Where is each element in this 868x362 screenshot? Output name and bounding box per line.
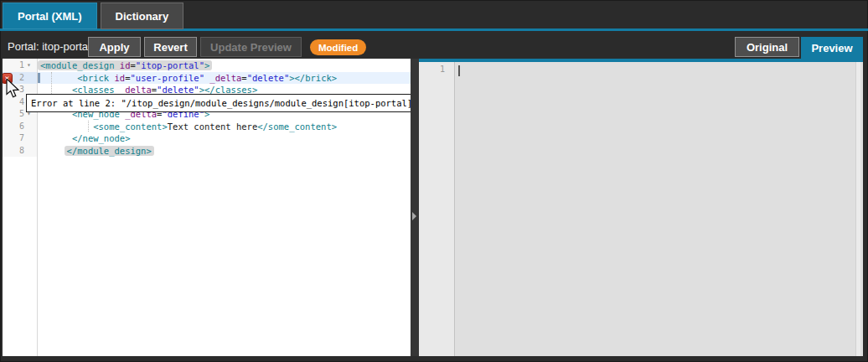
apply-button[interactable]: Apply xyxy=(88,37,141,57)
code-line[interactable]: 1▾<module_design id="itop-portal"> xyxy=(3,59,411,72)
indent-guide xyxy=(51,72,52,94)
code-text: <module_design id="itop-portal"> xyxy=(37,59,411,72)
preview-text-cursor xyxy=(458,65,460,76)
splitter-handle-icon[interactable] xyxy=(412,212,416,220)
code-line[interactable]: 6 <some_content>Text content here</some_… xyxy=(3,121,411,133)
panel-splitter[interactable] xyxy=(411,59,419,356)
tab-dictionary[interactable]: Dictionary xyxy=(101,3,184,29)
modified-badge: Modified xyxy=(310,39,366,55)
original-button[interactable]: Original xyxy=(735,37,799,57)
fold-arrow-icon[interactable]: ▾ xyxy=(27,59,37,72)
indent-guide xyxy=(88,121,89,132)
code-line[interactable]: 2 <brick id="user-profile" _delta="delet… xyxy=(3,72,411,85)
tab-portal-xml-label: Portal (XML) xyxy=(18,10,82,23)
line-number: 1 xyxy=(3,59,27,72)
line-number: 5 xyxy=(3,108,27,121)
error-tooltip: Error at line 2: "/itop_design/module_de… xyxy=(26,94,411,112)
code-text: <some_content>Text content here</some_co… xyxy=(37,121,411,133)
code-text: <brick id="user-profile" _delta="delete"… xyxy=(37,72,411,85)
preview-button[interactable]: Preview xyxy=(801,37,863,59)
code-text: </new_node> xyxy=(37,132,411,145)
update-preview-button[interactable]: Update Preview xyxy=(200,37,302,57)
mouse-cursor-icon xyxy=(6,79,21,101)
line-number: 7 xyxy=(3,132,27,145)
fold-gutter xyxy=(27,121,37,133)
preview-line-number: 1 xyxy=(419,65,445,74)
xml-code-editor[interactable]: 1▾<module_design id="itop-portal">2 <bri… xyxy=(3,59,411,356)
code-text: </module_design> xyxy=(37,145,411,158)
xml-designer-window: Portal (XML) Dictionary Portal: itop-por… xyxy=(0,0,868,362)
code-line[interactable]: 8 </module_design> xyxy=(3,145,411,158)
tab-bar: Portal (XML) Dictionary xyxy=(3,3,183,29)
fold-gutter xyxy=(27,132,37,145)
text-cursor xyxy=(38,73,40,84)
line-number: 6 xyxy=(3,121,27,133)
line-number: 8 xyxy=(3,145,27,158)
matching-tag-highlight: </module_design> xyxy=(65,146,154,156)
fold-gutter xyxy=(27,72,37,85)
preview-gutter xyxy=(419,62,455,356)
revert-button[interactable]: Revert xyxy=(144,37,197,57)
portal-name-label: Portal: itop-portal xyxy=(8,37,90,57)
code-line[interactable]: 7 </new_node> xyxy=(3,132,411,145)
preview-editor[interactable]: 1 xyxy=(419,59,863,356)
tab-dictionary-label: Dictionary xyxy=(116,10,169,23)
fold-gutter xyxy=(27,145,37,158)
tab-portal-xml[interactable]: Portal (XML) xyxy=(3,3,97,29)
preview-scrollbar[interactable] xyxy=(855,62,860,356)
matching-tag-highlight: <module_design id="itop-portal"> xyxy=(38,60,212,70)
